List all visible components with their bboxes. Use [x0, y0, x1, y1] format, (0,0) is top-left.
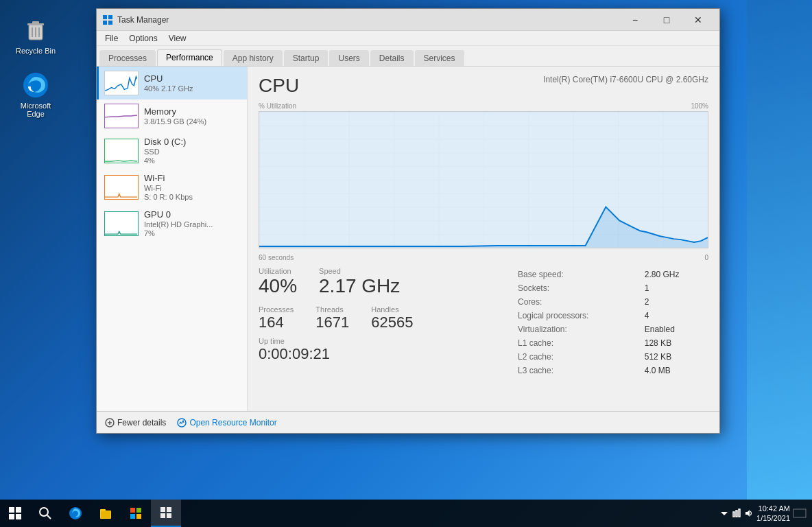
file-explorer-icon [99, 506, 112, 520]
wifi-sidebar-sub1: Wi-Fi [144, 184, 241, 192]
wifi-sidebar-name: Wi-Fi [144, 173, 241, 183]
cpu-graph-svg [259, 112, 708, 248]
minimize-button[interactable]: − [619, 9, 651, 31]
wifi-info: Wi-Fi Wi-Fi S: 0 R: 0 Kbps [144, 173, 241, 201]
sidebar-item-disk[interactable]: Disk 0 (C:) SSD 4% [97, 132, 247, 169]
svg-line-28 [47, 515, 51, 519]
tab-app-history[interactable]: App history [224, 50, 283, 66]
svg-rect-7 [103, 15, 107, 19]
taskbar-edge[interactable] [60, 500, 91, 527]
date-display: 1/15/2021 [756, 513, 790, 523]
utilization-label: Utilization [259, 267, 297, 275]
taskbar-edge-icon [69, 506, 82, 520]
info-key: L3 cache: [518, 364, 638, 377]
sidebar-item-cpu[interactable]: CPU 40% 2.17 GHz [97, 67, 247, 99]
close-button[interactable]: ✕ [682, 9, 714, 31]
taskbar-store[interactable] [121, 500, 151, 527]
edge-desktop-icon[interactable]: Microsoft Edge [11, 69, 60, 121]
info-table-row: Cores: 2 [518, 296, 707, 308]
cpu-thumb-graph [105, 71, 137, 95]
svg-rect-39 [160, 513, 165, 518]
processes-count: Processes 164 [259, 305, 294, 331]
svg-rect-40 [167, 513, 171, 518]
svg-point-27 [40, 508, 48, 516]
fewer-details-icon [105, 418, 115, 428]
edge-svg [22, 71, 49, 99]
utilization-speed-row: Utilization 40% Speed 2.17 GHz [259, 267, 505, 297]
sidebar-item-memory[interactable]: Memory 3.8/15.9 GB (24%) [97, 99, 247, 132]
recycle-bin-label: Recycle Bin [16, 47, 56, 55]
info-key: Cores: [518, 296, 638, 308]
menu-view[interactable]: View [163, 31, 192, 46]
svg-rect-23 [9, 507, 14, 513]
gpu-thumb-graph [105, 212, 137, 235]
tab-performance[interactable]: Performance [157, 49, 222, 66]
menu-bar: File Options View [97, 31, 719, 46]
info-key: Logical processors: [518, 309, 638, 322]
svg-marker-41 [721, 512, 728, 515]
svg-rect-24 [16, 507, 21, 513]
time-display: 10:42 AM [756, 504, 790, 513]
fewer-details-label: Fewer details [117, 418, 166, 428]
svg-rect-38 [167, 507, 171, 512]
graph-utilization-label: % Utilization [259, 102, 296, 110]
cpu-graph-container [259, 111, 708, 248]
info-value: 128 KB [639, 337, 707, 349]
graph-time-label: 60 seconds [259, 254, 294, 261]
menu-file[interactable]: File [99, 31, 123, 46]
info-value: 1 [639, 282, 707, 294]
memory-sidebar-name: Memory [144, 106, 241, 117]
svg-rect-35 [130, 514, 135, 519]
tray-network-icon[interactable] [732, 508, 741, 518]
graph-zero-label: 0 [704, 254, 708, 267]
handles-value: 62565 [371, 314, 413, 331]
taskbar-task-manager-icon [159, 506, 173, 519]
taskbar-file-explorer[interactable] [91, 500, 121, 527]
disk-sidebar-sub1: SSD [144, 148, 241, 156]
menu-options[interactable]: Options [123, 31, 163, 46]
stats-left: Utilization 40% Speed 2.17 GHz Processes… [259, 267, 505, 378]
show-desktop-icon[interactable] [793, 508, 807, 518]
svg-rect-26 [16, 514, 21, 519]
open-resource-monitor-label: Open Resource Monitor [189, 418, 276, 428]
tray-icons [719, 508, 754, 518]
title-bar: Task Manager − □ ✕ [97, 9, 719, 31]
sidebar-item-wifi[interactable]: Wi-Fi Wi-Fi S: 0 R: 0 Kbps [97, 169, 247, 205]
search-button[interactable] [30, 500, 60, 527]
window-controls: − □ ✕ [619, 9, 714, 31]
cpu-sidebar-name: CPU [144, 73, 241, 84]
cpu-thumb [104, 71, 139, 95]
gpu-sidebar-sub2: 7% [144, 229, 241, 237]
tab-processes[interactable]: Processes [99, 50, 156, 66]
tab-details[interactable]: Details [370, 50, 414, 66]
open-resource-monitor-button[interactable]: Open Resource Monitor [177, 418, 276, 428]
detail-panel: CPU Intel(R) Core(TM) i7-6600U CPU @ 2.6… [248, 67, 719, 411]
tray-chevron-icon[interactable] [719, 508, 729, 518]
tab-startup[interactable]: Startup [284, 50, 329, 66]
svg-marker-45 [745, 510, 750, 517]
sidebar-item-gpu[interactable]: GPU 0 Intel(R) HD Graphi... 7% [97, 205, 247, 242]
svg-rect-37 [160, 507, 165, 512]
wifi-sidebar-sub2: S: 0 R: 0 Kbps [144, 193, 241, 201]
info-value: 4.0 MB [639, 364, 707, 377]
tab-services[interactable]: Services [415, 50, 464, 66]
tray-volume-icon[interactable] [744, 508, 754, 518]
system-tray: 10:42 AM 1/15/2021 [714, 504, 812, 524]
processes-label: Processes [259, 305, 294, 314]
stats-right: Base speed: 2.80 GHz Sockets: 1 Cores: 2… [516, 267, 708, 378]
memory-sidebar-sub: 3.8/15.9 GB (24%) [144, 117, 241, 126]
cpu-info: CPU 40% 2.17 GHz [144, 73, 241, 93]
svg-rect-43 [736, 511, 737, 517]
maximize-button[interactable]: □ [651, 9, 682, 31]
threads-label: Threads [315, 305, 349, 314]
info-value: 512 KB [639, 351, 707, 363]
fewer-details-button[interactable]: Fewer details [105, 418, 166, 428]
recycle-bin-icon[interactable]: Recycle Bin [11, 14, 60, 58]
info-value: 2.80 GHz [639, 268, 707, 281]
svg-rect-42 [733, 512, 735, 517]
start-button[interactable] [0, 500, 30, 527]
svg-rect-34 [136, 508, 141, 513]
taskbar-task-manager[interactable] [151, 500, 181, 527]
tab-users[interactable]: Users [329, 50, 368, 66]
task-manager-window: Task Manager − □ ✕ File Options View Pro… [96, 8, 720, 434]
